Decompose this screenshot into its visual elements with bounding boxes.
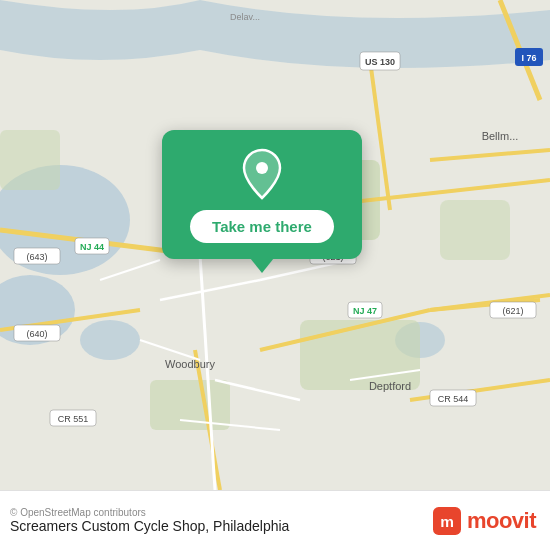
attribution: © OpenStreetMap contributors [10,507,289,518]
popup-card: Take me there [162,130,362,259]
bottom-bar: © OpenStreetMap contributors Screamers C… [0,490,550,550]
svg-text:NJ 44: NJ 44 [80,242,104,252]
bottom-left: © OpenStreetMap contributors Screamers C… [10,507,289,534]
svg-text:Woodbury: Woodbury [165,358,215,370]
shop-name: Screamers Custom Cycle Shop, Philadelphi… [10,518,289,534]
moovit-icon: m [433,507,461,535]
svg-text:NJ 47: NJ 47 [353,306,377,316]
svg-text:(640): (640) [26,329,47,339]
svg-rect-8 [150,380,230,430]
svg-text:(621): (621) [502,306,523,316]
take-me-there-button[interactable]: Take me there [190,210,334,243]
svg-text:Delav...: Delav... [230,12,260,22]
svg-text:CR 544: CR 544 [438,394,469,404]
map-container[interactable]: (643) NJ 44 (640) (621) NJ 47 (621) CR 5… [0,0,550,490]
svg-point-3 [80,320,140,360]
location-icon [236,148,288,200]
svg-text:Deptford: Deptford [369,380,411,392]
svg-text:CR 551: CR 551 [58,414,89,424]
moovit-logo: m moovit [433,507,536,535]
svg-rect-7 [0,130,60,190]
moovit-text: moovit [467,508,536,534]
svg-point-54 [256,162,268,174]
svg-rect-9 [440,200,510,260]
svg-text:(643): (643) [26,252,47,262]
svg-text:I 76: I 76 [521,53,536,63]
svg-text:Bellm...: Bellm... [482,130,519,142]
svg-text:m: m [440,512,454,529]
svg-text:US 130: US 130 [365,57,395,67]
